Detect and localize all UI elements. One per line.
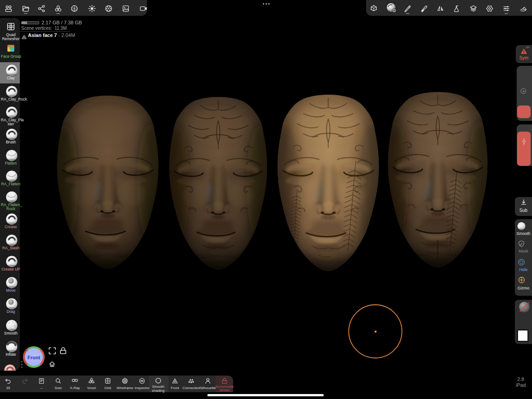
svg-text:Front: Front	[28, 355, 40, 360]
